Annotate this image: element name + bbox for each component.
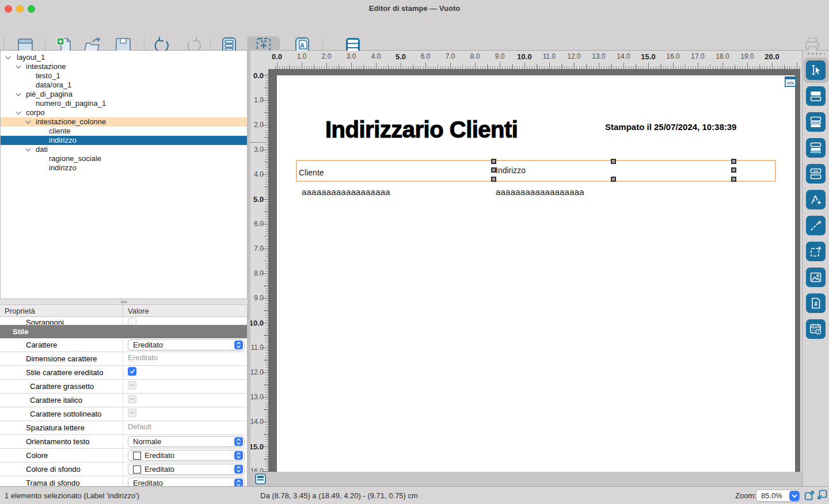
stile-carattere-ereditato-checkbox[interactable] [128, 367, 136, 376]
zoom-to-fit-icon[interactable] [804, 490, 815, 501]
carattere-grassetto-checkbox[interactable] [128, 381, 136, 390]
column-header-cliente[interactable]: Cliente [299, 168, 324, 177]
orientamento-testo-popup[interactable]: Normale [128, 436, 245, 447]
tree-item-cliente[interactable]: cliente [1, 127, 247, 136]
selection-handle-bottom-left[interactable] [491, 177, 496, 182]
ruler-tick-label: 11.0 [543, 52, 556, 60]
band-body-tool-button[interactable] [806, 138, 826, 158]
zoom-combobox[interactable]: 85.0% [756, 490, 801, 502]
ruler-tick-label: 11.0 [251, 343, 264, 352]
ruler-tick-label: 15.0 [250, 442, 264, 451]
carattere-sottolineato-checkbox[interactable] [128, 408, 136, 417]
selection-handle-mid-right[interactable] [731, 167, 736, 173]
svg-text:<>: <> [813, 169, 818, 173]
chevron-down-icon[interactable] [25, 120, 31, 124]
spaziatura-lettere-field[interactable]: Default [128, 422, 151, 431]
tree-item-layout-1[interactable]: layout_1 [1, 53, 247, 62]
color-swatch [133, 452, 141, 460]
select-tool-button[interactable] [806, 60, 826, 80]
tree-item-label: corpo [26, 108, 45, 117]
selection-handle-mid-left[interactable] [491, 167, 496, 173]
colore-di-sfondo-popup[interactable]: Ereditato [128, 464, 245, 475]
structure-tree: layout_1 intestazione testo_1 data/ora_1… [0, 51, 248, 299]
band-header-tool-button[interactable] [806, 86, 826, 106]
tree-item-indirizzo-2[interactable]: indirizzo [1, 163, 247, 173]
ruler-tick-label: 4.0 [254, 170, 264, 178]
dimensione-carattere-field[interactable]: Ereditato [128, 353, 158, 362]
trama-di-sfondo-popup[interactable]: Ereditato [128, 478, 245, 486]
ruler-tick-label: 1.0 [254, 96, 264, 104]
selection-handle-top-left[interactable] [491, 159, 496, 164]
panel-splitter[interactable] [0, 299, 248, 305]
chevron-down-icon[interactable] [16, 111, 21, 115]
band-code-tool-button[interactable]: <> [806, 164, 826, 184]
tree-item-indirizzo-selected[interactable]: indirizzo [1, 136, 247, 145]
zoom-actual-size-icon[interactable] [816, 490, 827, 501]
carattere-popup[interactable]: Ereditato [128, 339, 245, 350]
property-label: Trama di sfondo [26, 479, 79, 486]
section-header-stile: Stile [0, 325, 247, 338]
popup-stepper-icon [234, 437, 243, 446]
add-image-tool-button[interactable] [806, 268, 826, 287]
selection-status-text: 1 elemento selezionato (Label 'indirizzo… [5, 491, 139, 500]
chevron-down-icon [789, 491, 800, 501]
properties-header: Proprietà Valore [0, 305, 247, 317]
carattere-italico-checkbox[interactable] [128, 395, 136, 403]
property-row-orientamento-testo: Orientamento testo Normale [0, 435, 247, 449]
tree-item-numero-di-pagina-1[interactable]: numero_di_pagina_1 [1, 99, 247, 108]
data-cell-indirizzo[interactable]: aaaaaaaaaaaaaaaaaa [496, 187, 584, 197]
ruler-tick-label: 14.0 [250, 418, 264, 426]
tree-item-dati[interactable]: dati [1, 145, 247, 154]
tree-item-intestazione[interactable]: intestazione [1, 62, 247, 71]
tree-item-data-ora-1[interactable]: data/ora_1 [1, 81, 247, 90]
report-page[interactable]: </> Indirizzario Clienti Stampato il 25/… [277, 75, 795, 472]
tree-item-label: pié_di_pagina [26, 90, 73, 98]
ruler-tick-label: 9.0 [254, 294, 264, 302]
ruler-tick-label: 0.0 [272, 52, 282, 61]
code-view-icon[interactable]: </> [785, 77, 796, 87]
ruler-tick-label: 9.0 [495, 52, 505, 60]
ruler-tick-label: 1.0 [297, 52, 307, 60]
selection-handle-bottom-right[interactable] [731, 177, 736, 182]
sovrapponi-checkbox[interactable] [128, 318, 136, 325]
selection-handle-top-right[interactable] [731, 159, 736, 164]
ruler-tick-label: 3.0 [347, 52, 356, 60]
property-row-carattere-sottolineato: Carattere sottolineato [0, 407, 247, 421]
chevron-down-icon[interactable] [16, 65, 21, 69]
ruler-tick-label: 15.0 [641, 52, 655, 61]
page-number-tool-button[interactable]: # [806, 293, 826, 313]
svg-text:A: A [300, 42, 305, 49]
document-title[interactable]: Indirizzario Clienti [325, 117, 518, 143]
layout-canvas: 0.0 1.0 2.0 3.0 4.0 5.0 6.0 7.0 8.0 9.0 … [250, 51, 802, 486]
date-time-tool-button[interactable] [806, 319, 826, 339]
colore-popup[interactable]: Ereditato [128, 450, 245, 461]
ruler-tick-label: 5.0 [396, 52, 406, 61]
add-label-tool-button[interactable] [806, 190, 826, 209]
sidebar-drag-handle[interactable] [808, 53, 825, 55]
ruler-tick-label: 20.0 [765, 52, 779, 61]
selection-handle-top-mid[interactable] [611, 159, 616, 164]
selected-band-outline[interactable] [296, 160, 776, 182]
column-header-indirizzo[interactable]: Indirizzo [496, 166, 526, 175]
property-row-sovrapponi: Sovrapponi [0, 317, 247, 325]
tree-item-pie-di-pagina[interactable]: pié_di_pagina [1, 90, 247, 99]
tree-item-testo-1[interactable]: testo_1 [1, 71, 247, 81]
band-footer-tool-button[interactable] [806, 112, 826, 132]
tree-item-label: layout_1 [17, 53, 45, 62]
selection-handle-bottom-mid[interactable] [611, 177, 616, 182]
chevron-down-icon[interactable] [25, 148, 31, 152]
add-rectangle-tool-button[interactable] [806, 242, 826, 261]
value-column-header: Valore [128, 305, 149, 317]
data-cell-ragione-sociale[interactable]: aaaaaaaaaaaaaaaaaa [302, 187, 390, 197]
chevron-down-icon[interactable] [16, 93, 21, 97]
printed-timestamp[interactable]: Stampato il 25/07/2024, 10:38:39 [605, 122, 736, 132]
tree-item-ragione-sociale[interactable]: ragione_sociale [1, 154, 247, 163]
chevron-down-icon[interactable] [5, 56, 11, 60]
tree-item-intestazione-colonne[interactable]: intestazione_colonne [1, 117, 247, 127]
tree-item-corpo[interactable]: corpo [1, 108, 247, 117]
properties-panel: Proprietà Valore Sovrapponi Stile Caratt… [0, 305, 248, 486]
popup-value: Normale [133, 437, 161, 446]
band-overview-icon[interactable] [255, 474, 266, 484]
add-line-tool-button[interactable] [806, 216, 826, 235]
popup-stepper-icon [234, 465, 243, 474]
